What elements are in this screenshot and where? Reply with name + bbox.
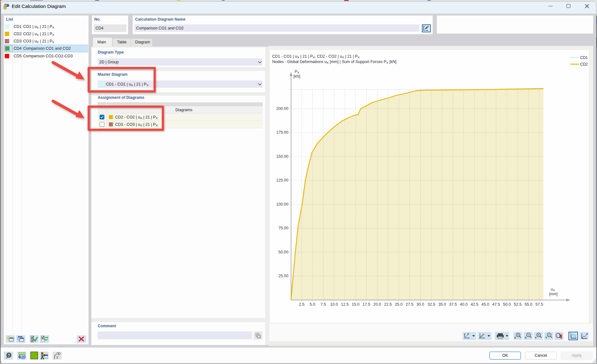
svg-text:X: X (525, 336, 527, 339)
svg-text:00: 00 (22, 355, 26, 359)
svg-text:?: ? (8, 353, 10, 358)
svg-text:x: x (56, 354, 58, 359)
svg-text:f: f (54, 353, 56, 359)
svg-text:6: 6 (3, 4, 7, 10)
svg-text:Y: Y (535, 336, 537, 339)
svg-text:Y: Y (545, 336, 547, 339)
svg-text:X: X (514, 336, 516, 339)
